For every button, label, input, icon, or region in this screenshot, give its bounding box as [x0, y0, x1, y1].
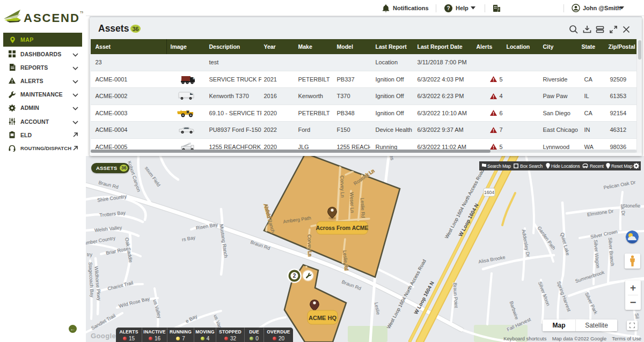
- svg-text:Weser Ln: Weser Ln: [349, 192, 355, 213]
- svg-text:Corvey Ln: Corvey Ln: [339, 175, 345, 197]
- svg-text:Leslie Rd: Leslie Rd: [360, 198, 365, 218]
- svg-text:1604: 1604: [484, 190, 494, 195]
- svg-text:Corvey Ln: Corvey Ln: [306, 234, 312, 256]
- svg-text:Stonefie: Stonefie: [623, 203, 640, 209]
- svg-text:ASCEND: ASCEND: [24, 11, 80, 24]
- svg-text:TM: TM: [80, 11, 83, 14]
- svg-text:Across From ACME: Across From ACME: [316, 225, 368, 231]
- svg-text:ACME HQ: ACME HQ: [309, 315, 336, 321]
- svg-text:try: try: [87, 252, 92, 257]
- svg-text:Sil: Sil: [634, 313, 640, 319]
- svg-text:2: 2: [293, 273, 296, 279]
